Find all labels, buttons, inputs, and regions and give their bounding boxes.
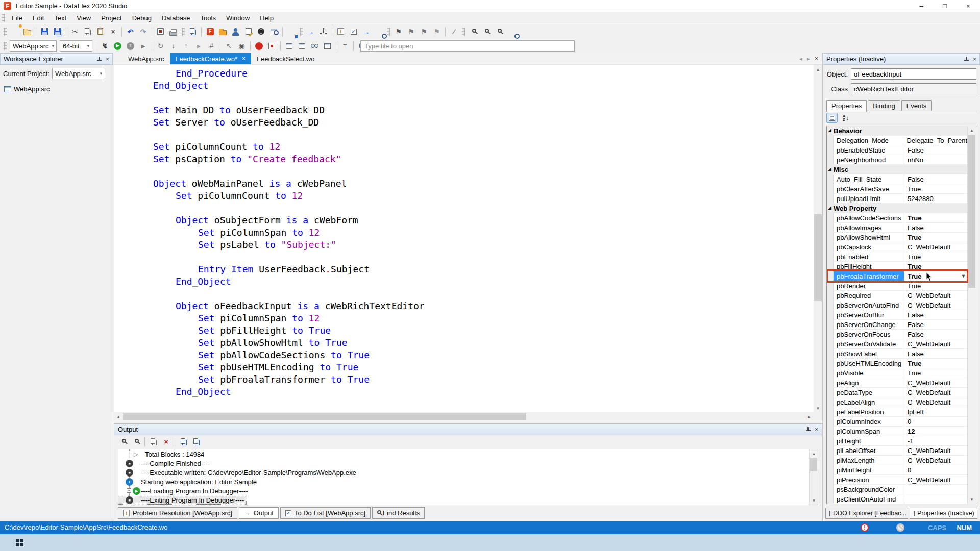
pin-icon[interactable] xyxy=(805,427,811,432)
scroll-up-icon[interactable]: ▴ xyxy=(810,449,818,458)
property-row-picolumnindex[interactable]: piColumnIndex0 xyxy=(827,417,967,427)
compile-icon[interactable]: ↯ xyxy=(99,40,111,52)
bookmark-toggle-icon[interactable]: ⚑ xyxy=(393,26,404,37)
scrollbar-thumb[interactable] xyxy=(810,458,817,471)
scrollbar-thumb[interactable] xyxy=(968,135,975,288)
property-row-pbvisible[interactable]: pbVisibleTrue xyxy=(827,368,967,378)
property-row-piminheight[interactable]: piMinHeight0 xyxy=(827,465,967,475)
property-row-piheight[interactable]: piHeight-1 xyxy=(827,436,967,446)
menu-tools[interactable]: Tools xyxy=(195,13,221,23)
menu-help[interactable]: Help xyxy=(255,13,279,23)
close-button[interactable]: × xyxy=(957,0,980,12)
cut-icon[interactable]: ✂ xyxy=(69,26,81,37)
property-row-piprecision[interactable]: piPrecisionC_WebDefault xyxy=(827,475,967,485)
property-value[interactable]: False xyxy=(904,145,967,155)
scroll-up-icon[interactable]: ▴ xyxy=(814,65,822,73)
editor-vertical-scrollbar[interactable]: ▴ ▾ xyxy=(814,65,822,412)
scroll-down-icon[interactable]: ▾ xyxy=(814,404,822,412)
todo-list-icon[interactable]: ✓ xyxy=(348,26,359,37)
property-value[interactable]: True xyxy=(904,359,967,368)
dropdown-arrow-icon[interactable]: ▾ xyxy=(962,273,965,279)
bookmark-prev-icon[interactable]: ⚑ xyxy=(418,26,430,37)
property-value[interactable]: 0 xyxy=(904,417,967,426)
find-next-icon[interactable] xyxy=(130,436,142,447)
pin-icon[interactable] xyxy=(96,57,102,62)
pointer-mode-icon[interactable]: ↖ xyxy=(223,40,235,52)
property-value[interactable]: False xyxy=(904,320,967,329)
breakpoint-icon[interactable] xyxy=(253,40,265,52)
pin-icon[interactable] xyxy=(964,57,969,62)
restart-icon[interactable]: ↻ xyxy=(155,40,166,52)
property-row-pbrender[interactable]: pbRenderTrue xyxy=(827,281,967,291)
object-field[interactable]: oFeedbackInput xyxy=(851,68,976,80)
scroll-up-icon[interactable]: ▴ xyxy=(968,126,976,134)
scrollbar-thumb[interactable] xyxy=(814,214,822,301)
menu-view[interactable]: View xyxy=(71,13,96,23)
delete-icon[interactable]: × xyxy=(107,26,119,37)
property-row-pbfillheight[interactable]: pbFillHeightTrue xyxy=(827,262,967,271)
property-row-psbackgroundcolor[interactable]: psBackgroundColor xyxy=(827,485,967,494)
property-row-pbcapslock[interactable]: pbCapslockC_WebDefault xyxy=(827,242,967,252)
categorized-view-button[interactable] xyxy=(826,113,838,123)
copy-icon[interactable] xyxy=(82,26,93,37)
editor-horizontal-scrollbar[interactable]: ◂ ▸ xyxy=(114,412,814,421)
table-explorer-icon[interactable] xyxy=(268,26,280,37)
property-value[interactable]: C_WebDefault xyxy=(904,339,967,348)
property-row-pbserveronvalidate[interactable]: pbServerOnValidateC_WebDefault xyxy=(827,339,967,349)
property-value[interactable]: Delegate_To_Parent xyxy=(903,136,967,145)
property-row-auto-fill-state[interactable]: Auto_Fill_StateFalse xyxy=(827,174,967,184)
property-row-pbserveronautofind[interactable]: pbServerOnAutoFindC_WebDefault xyxy=(827,300,967,310)
property-row-psclientonautofind[interactable]: psClientOnAutoFind xyxy=(827,494,967,504)
property-value[interactable]: C_WebDefault xyxy=(904,378,967,387)
property-value[interactable]: C_WebDefault xyxy=(904,475,967,484)
print-icon[interactable] xyxy=(167,26,179,37)
property-value[interactable]: C_WebDefault xyxy=(904,242,967,252)
property-value[interactable]: nhNo xyxy=(904,155,967,164)
property-row-puiuploadlimit[interactable]: puiUploadLimit5242880 xyxy=(827,194,967,204)
tab-feedbackcreate-wo[interactable]: FeedbackCreate.wo*× xyxy=(170,53,251,64)
blocked-indicator-icon[interactable] xyxy=(896,523,904,532)
menu-window[interactable]: Window xyxy=(221,13,255,23)
save-all-icon[interactable] xyxy=(52,26,63,37)
code-editor[interactable]: End_ProcedureEnd_Object Set Main_DD to o… xyxy=(114,65,814,412)
property-row-peneighborhood[interactable]: peNeighborhoodnhNo xyxy=(827,155,967,165)
property-value[interactable]: True xyxy=(904,233,967,242)
property-value[interactable]: True xyxy=(904,184,967,193)
property-row-pilabeloffset[interactable]: piLabelOffsetC_WebDefault xyxy=(827,446,967,456)
menu-edit[interactable]: Edit xyxy=(28,13,49,23)
property-row-pbrequired[interactable]: pbRequiredC_WebDefault xyxy=(827,291,967,300)
property-value[interactable]: -1 xyxy=(904,436,967,445)
toolbar-grip[interactable] xyxy=(2,14,5,22)
clear-output-icon[interactable]: × xyxy=(160,436,172,447)
panel-tab-to-do-list-webapp-src[interactable]: ✓To Do List [WebApp.src] xyxy=(280,507,371,519)
current-project-combo[interactable]: WebApp.src ▾ xyxy=(52,68,105,79)
project-combo[interactable]: WebApp.src▾ xyxy=(10,40,57,52)
property-row-picolumnspan[interactable]: piColumnSpan12 xyxy=(827,427,967,436)
copy-special-icon[interactable] xyxy=(187,26,199,37)
property-row-pbfroalatransformer[interactable]: pbFroalaTransformerTrue▾ xyxy=(827,271,967,281)
pause-icon[interactable]: ‖ xyxy=(125,40,136,52)
property-row-pedatatype[interactable]: peDataTypeC_WebDefault xyxy=(827,388,967,397)
find-previous-icon[interactable] xyxy=(117,436,129,447)
scroll-right-icon[interactable]: ▸ xyxy=(805,412,814,421)
find-in-files-icon[interactable] xyxy=(373,26,385,37)
code-explorer-icon[interactable] xyxy=(317,26,329,37)
open-file-icon[interactable] xyxy=(21,26,33,37)
problem-list-icon[interactable]: ! xyxy=(335,26,347,37)
menu-text[interactable]: Text xyxy=(49,13,71,23)
property-value[interactable]: C_WebDefault xyxy=(904,397,967,407)
class-wizard-icon[interactable] xyxy=(230,26,241,37)
menu-file[interactable]: File xyxy=(7,13,28,23)
tab-feedbackselect-wo[interactable]: FeedbackSelect.wo xyxy=(251,53,320,64)
scroll-down-icon[interactable]: ▾ xyxy=(810,496,818,505)
menu-project[interactable]: Project xyxy=(96,13,127,23)
scroll-left-icon[interactable]: ◂ xyxy=(114,412,122,421)
toolbar-grip[interactable] xyxy=(4,28,7,36)
output-content[interactable]: ▷Total Blocks : 14984■----Compile Finish… xyxy=(118,449,818,505)
property-row-pbserveronblur[interactable]: pbServerOnBlurFalse xyxy=(827,310,967,320)
debug-panel-icon[interactable] xyxy=(283,40,295,52)
property-value[interactable]: True▾ xyxy=(904,271,967,281)
category-row-behavior[interactable]: ◢Behavior xyxy=(827,126,967,136)
close-document-icon[interactable]: × xyxy=(815,55,818,62)
property-value[interactable]: True xyxy=(904,281,967,290)
